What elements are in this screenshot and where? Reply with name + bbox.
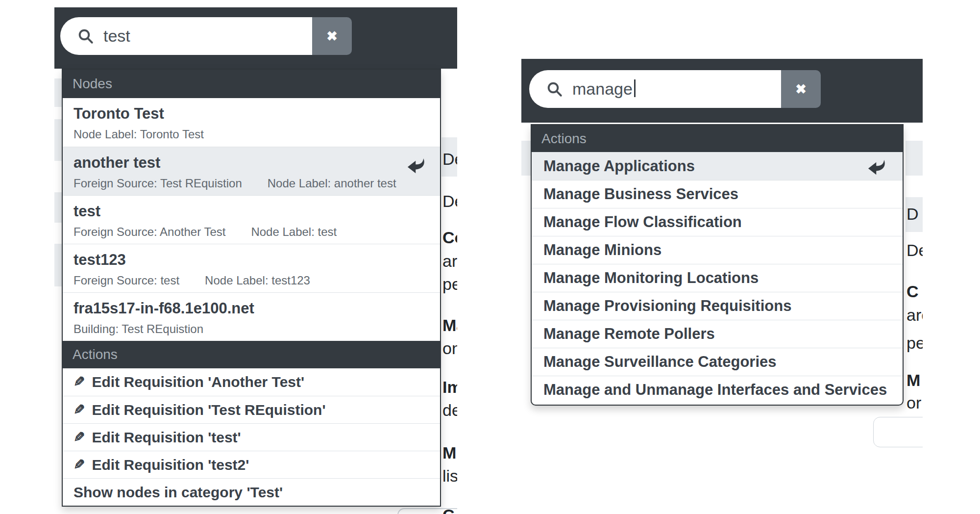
bg-text-fragment: D — [906, 205, 919, 223]
node-title: test — [74, 202, 429, 221]
action-label: Manage Flow Classification — [543, 213, 742, 231]
left-search-value[interactable]: test — [103, 26, 130, 46]
actions-section-header: Actions — [531, 125, 903, 152]
bg-text-fragment: De — [906, 241, 923, 259]
bg-text-fragment: De — [442, 150, 457, 168]
action-manage-surveillance-categories[interactable]: Manage Surveillance Categories — [532, 348, 903, 376]
close-icon: ✖ — [326, 28, 338, 44]
right-search-header: manage ✖ — [521, 59, 923, 123]
left-search-bar: test ✖ — [60, 17, 352, 55]
right-search-input[interactable]: manage — [529, 70, 781, 108]
bg-text-fragment: lis — [442, 467, 457, 485]
action-label: Manage Minions — [543, 241, 662, 259]
bg-text-fragment: on — [442, 339, 457, 358]
bg-text-fragment: de — [442, 401, 457, 419]
action-label: Edit Requisition 'test' — [92, 429, 241, 446]
action-label: Manage Monitoring Locations — [543, 269, 759, 287]
action-label: Edit Requisition 'test2' — [92, 457, 249, 473]
action-manage-minions[interactable]: Manage Minions — [532, 236, 903, 264]
bg-stripe — [54, 119, 62, 161]
action-manage-remote-pollers[interactable]: Manage Remote Pollers — [532, 320, 903, 348]
search-icon — [77, 27, 95, 45]
bg-text-fragment: pe — [906, 334, 923, 352]
bg-text-column: De De Co are pe Ma on Im de M lis C — [441, 0, 457, 514]
action-edit-requisition-test-requistion[interactable]: ✎ Edit Requisition 'Test REquistion' — [63, 396, 440, 423]
enter-key-icon — [866, 156, 889, 176]
action-manage-monitoring-locations[interactable]: Manage Monitoring Locations — [532, 264, 903, 292]
text-cursor — [634, 79, 636, 97]
action-edit-requisition-test2[interactable]: ✎ Edit Requisition 'test2' — [63, 451, 440, 478]
right-search-value[interactable]: manage — [572, 79, 633, 99]
node-title: test123 — [74, 251, 429, 269]
action-edit-requisition-another-test[interactable]: ✎ Edit Requisition 'Another Test' — [63, 368, 440, 396]
left-search-header: test ✖ — [54, 7, 457, 69]
node-title: Toronto Test — [74, 104, 429, 123]
nodes-section-header: Nodes — [62, 70, 441, 98]
action-label: Manage Provisioning Requisitions — [543, 297, 791, 315]
clear-search-button[interactable]: ✖ — [781, 70, 821, 108]
action-label: Edit Requisition 'Another Test' — [92, 374, 304, 390]
node-field: Node Label: test123 — [205, 274, 310, 287]
left-search-input[interactable]: test — [60, 17, 312, 55]
pencil-icon: ✎ — [74, 375, 85, 389]
node-result-toronto-test[interactable]: Toronto Test Node Label: Toronto Test — [63, 98, 440, 147]
right-search-bar: manage ✖ — [529, 70, 821, 108]
bg-text-fragment: Ma — [442, 316, 457, 334]
action-edit-requisition-test[interactable]: ✎ Edit Requisition 'test' — [63, 423, 440, 451]
action-label: Manage Applications — [543, 157, 695, 175]
node-title: another test — [74, 154, 429, 172]
node-field: Node Label: test — [251, 225, 337, 239]
nodes-section-label: Nodes — [73, 76, 112, 92]
pencil-icon: ✎ — [74, 431, 85, 444]
bg-text-fragment: Im — [442, 378, 457, 396]
action-label: Manage Surveillance Categories — [543, 353, 777, 371]
bg-text-fragment: C — [442, 506, 455, 514]
node-result-test123[interactable]: test123 Foreign Source: test Node Label:… — [63, 244, 440, 292]
bg-text-fragment: De — [442, 192, 457, 210]
search-icon — [546, 80, 564, 98]
actions-section-label: Actions — [73, 347, 118, 362]
pencil-icon: ✎ — [74, 403, 85, 417]
bg-stripe — [521, 141, 531, 176]
bg-text-fragment: M — [442, 444, 456, 462]
node-field: Building: Test REquistion — [74, 322, 203, 336]
bg-text-fragment: C — [906, 283, 919, 301]
action-manage-flow-classification[interactable]: Manage Flow Classification — [532, 208, 903, 236]
bg-stripe — [54, 244, 62, 286]
action-manage-applications[interactable]: Manage Applications — [532, 152, 903, 180]
left-search-results-dropdown: Nodes Toronto Test Node Label: Toronto T… — [62, 69, 441, 507]
enter-key-icon — [406, 155, 428, 175]
actions-section-header: Actions — [62, 341, 441, 368]
node-result-test[interactable]: test Foreign Source: Another Test Node L… — [63, 195, 440, 244]
node-result-fra15s17[interactable]: fra15s17-in-f68.1e100.net Building: Test… — [63, 292, 440, 341]
node-field: Foreign Source: Test REquistion — [74, 177, 242, 190]
bg-text-fragment: pe — [442, 275, 457, 293]
action-manage-provisioning-requisitions[interactable]: Manage Provisioning Requisitions — [532, 292, 903, 320]
clear-search-button[interactable]: ✖ — [312, 17, 352, 55]
bg-text-fragment: are — [906, 306, 923, 324]
bg-text-fragment: Co — [442, 229, 457, 247]
action-manage-and-unmanage-interfaces-and-services[interactable]: Manage and Unmanage Interfaces and Servi… — [532, 376, 903, 404]
action-label: Edit Requisition 'Test REquistion' — [92, 402, 325, 418]
node-field: Foreign Source: Another Test — [74, 225, 225, 239]
bg-stripe — [906, 141, 923, 176]
bg-stripe — [54, 192, 62, 223]
actions-section-label: Actions — [541, 131, 587, 147]
pencil-icon: ✎ — [74, 458, 85, 472]
node-field: Foreign Source: test — [74, 274, 179, 287]
bg-text-fragment: or — [906, 394, 921, 412]
node-field: Node Label: another test — [268, 177, 396, 190]
action-show-nodes-in-category-test[interactable]: Show nodes in category 'Test' — [63, 478, 440, 506]
node-field: Node Label: Toronto Test — [74, 128, 204, 141]
node-result-another-test[interactable]: another test Foreign Source: Test REquis… — [63, 147, 440, 195]
action-label: Show nodes in category 'Test' — [74, 484, 283, 501]
node-title: fra15s17-in-f68.1e100.net — [74, 299, 429, 318]
action-label: Manage Remote Pollers — [543, 325, 715, 343]
close-icon: ✖ — [795, 81, 807, 97]
bg-text-fragment: M — [906, 371, 920, 389]
action-label: Manage Business Services — [543, 185, 738, 203]
action-label: Manage and Unmanage Interfaces and Servi… — [543, 381, 887, 399]
right-search-results-dropdown: Actions Manage Applications Manage Busin… — [531, 124, 904, 406]
bg-text-fragment: are — [442, 252, 457, 270]
action-manage-business-services[interactable]: Manage Business Services — [532, 180, 903, 208]
